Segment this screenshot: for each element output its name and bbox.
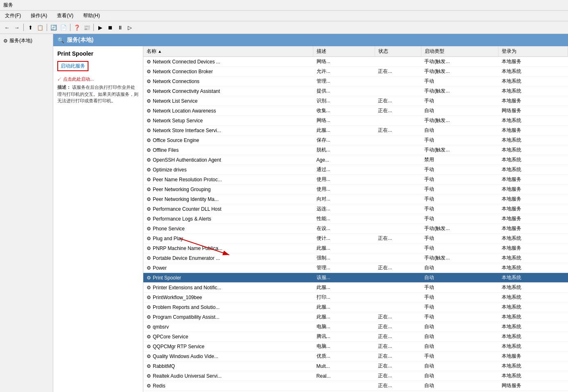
table-row[interactable]: ⚙Network Connections管理...手动本地系统	[143, 77, 568, 86]
stop-button[interactable]: ⏹	[106, 23, 115, 32]
table-row[interactable]: ⚙OpenSSH Authentication AgentAge...禁用本地系…	[143, 155, 568, 165]
service-startup-cell: 手动	[421, 165, 498, 175]
table-row[interactable]: ⚙RabbitMQMult...正在...自动本地系统	[143, 361, 568, 371]
service-gear-icon: ⚙	[147, 304, 151, 310]
service-name: Peer Name Resolution Protoc...	[153, 177, 222, 182]
service-desc-cell: Age...	[313, 155, 375, 165]
col-header-desc[interactable]: 描述	[313, 46, 375, 57]
service-name: qmbsrv	[153, 324, 169, 330]
service-login-cell: 本地系统	[498, 293, 568, 302]
table-row[interactable]: ⚙Network Connected Devices ...网络...手动(触发…	[143, 57, 568, 67]
service-desc-cell: 此服...	[313, 243, 375, 253]
service-login-cell: 本地系统	[498, 273, 568, 283]
table-row[interactable]: ⚙Program Compatibility Assist...此服...正在.…	[143, 312, 568, 322]
service-desc-cell: 远连...	[313, 204, 375, 214]
service-status-cell	[375, 57, 421, 67]
start-service-box[interactable]: 启动此服务	[57, 61, 88, 71]
up-button[interactable]: ⬆	[26, 23, 35, 32]
refresh-button[interactable]: 🔄	[49, 23, 58, 32]
service-login-cell: 本地服务	[498, 175, 568, 185]
service-gear-icon: ⚙	[147, 354, 151, 359]
table-row[interactable]: ⚙Network Connection Broker允许...正在...手动(触…	[143, 67, 568, 77]
table-row[interactable]: ⚙QPCore Service腾讯...正在...自动本地系统	[143, 332, 568, 342]
service-name: Performance Logs & Alerts	[153, 216, 211, 222]
service-name-cell: ⚙Network Connection Broker	[143, 67, 313, 77]
menu-view[interactable]: 查看(V)	[55, 11, 75, 20]
col-header-name[interactable]: 名称 ▲	[143, 46, 313, 57]
service-status-cell	[375, 243, 421, 253]
service-status-cell: 正在...	[375, 342, 421, 351]
table-row[interactable]: ⚙Network Connectivity Assistant提供...手动(触…	[143, 86, 568, 96]
service-login-cell: 本地系统	[498, 322, 568, 332]
service-desc-cell: Mult...	[313, 361, 375, 371]
service-desc-cell: 保存...	[313, 135, 375, 145]
header-title: 服务(本地)	[67, 36, 93, 44]
service-name-cell: ⚙Problem Reports and Solutio...	[143, 302, 313, 312]
service-status-cell	[375, 155, 421, 165]
service-startup-cell: 手动	[421, 243, 498, 253]
table-row[interactable]: ⚙PrintWorkflow_109bee打印...手动本地系统	[143, 293, 568, 302]
table-row[interactable]: ⚙Network Setup Service网络...手动(触发...本地系统	[143, 116, 568, 126]
menu-file[interactable]: 文件(F)	[3, 11, 23, 20]
service-name-cell: ⚙Network Connected Devices ...	[143, 57, 313, 67]
menu-help[interactable]: 帮助(H)	[81, 11, 102, 20]
table-row[interactable]: ⚙Network List Service识别...正在...手动本地服务	[143, 96, 568, 106]
service-name-cell: ⚙PNRP Machine Name Publica...	[143, 243, 313, 253]
table-row[interactable]: ⚙Printer Extensions and Notific...此服...手…	[143, 283, 568, 293]
table-row[interactable]: ⚙Remote Access Auto Connect...无论...手动本地系…	[143, 391, 568, 392]
service-status-cell: 正在...	[375, 234, 421, 243]
table-row[interactable]: ⚙PNRP Machine Name Publica...此服...手动本地服务	[143, 243, 568, 253]
service-name-cell: ⚙Power	[143, 263, 313, 273]
table-row[interactable]: ⚙Redis正在...自动网络服务	[143, 381, 568, 391]
service-name: Print Spooler	[153, 275, 181, 281]
properties-button[interactable]: 📰	[82, 23, 91, 32]
table-row[interactable]: ⚙QQPCMgr RTP Service电脑...正在...自动本地系统	[143, 342, 568, 351]
table-row[interactable]: ⚙Network Location Awareness收集...正在...自动网…	[143, 106, 568, 116]
table-row[interactable]: ⚙Performance Counter DLL Host远连...手动本地服务	[143, 204, 568, 214]
table-row[interactable]: ⚙Realtek Audio Universal Servi...Real...…	[143, 371, 568, 381]
service-name: Network Connection Broker	[153, 69, 213, 74]
col-header-login[interactable]: 登录为	[498, 46, 568, 57]
service-name: Program Compatibility Assist...	[153, 314, 220, 320]
service-login-cell: 本地系统	[498, 283, 568, 293]
table-row[interactable]: ⚙qmbsrv电脑...正在...自动本地系统	[143, 322, 568, 332]
content-area: 🔍 服务(本地) Print Spooler 启动此服务 ↙ 点击此处启动...…	[53, 34, 568, 392]
menu-action[interactable]: 操作(A)	[29, 11, 49, 20]
table-row[interactable]: ⚙Office Source Engine保存...手动本地系统	[143, 135, 568, 145]
forward-button[interactable]: →	[12, 23, 21, 32]
table-row[interactable]: ⚙Power管理...正在...自动本地系统	[143, 263, 568, 273]
table-row[interactable]: ⚙Portable Device Enumerator ...强制...手动(触…	[143, 253, 568, 263]
separator-1	[23, 24, 24, 31]
table-row[interactable]: ⚙Quality Windows Audio Vide...优质...正在...…	[143, 351, 568, 361]
restart-button[interactable]: ▷	[125, 23, 134, 32]
table-row[interactable]: ⚙Peer Networking Identity Ma...向对...手动本地…	[143, 194, 568, 204]
col-header-startup[interactable]: 启动类型	[421, 46, 498, 57]
table-row[interactable]: ⚙Network Store Interface Servi...此服...正在…	[143, 126, 568, 135]
service-startup-cell: 手动	[421, 185, 498, 194]
table-row[interactable]: ⚙Phone Service在设...手动(触发...本地服务	[143, 224, 568, 234]
service-name: Network Store Interface Servi...	[153, 128, 221, 133]
service-startup-cell: 手动	[421, 77, 498, 86]
start-service-link[interactable]: 启动此服务	[61, 63, 85, 69]
help-button[interactable]: ❓	[72, 23, 81, 32]
pause-button[interactable]: ⏸	[115, 23, 124, 32]
show-hide-button[interactable]: 📋	[36, 23, 45, 32]
export-button[interactable]: 📄	[59, 23, 68, 32]
back-button[interactable]: ←	[2, 23, 11, 32]
service-desc-cell: 该服...	[313, 273, 375, 283]
table-row[interactable]: ⚙Performance Logs & Alerts性能...手动本地服务	[143, 214, 568, 224]
service-startup-cell: 手动	[421, 293, 498, 302]
service-gear-icon: ⚙	[147, 275, 151, 281]
service-gear-icon: ⚙	[147, 196, 151, 202]
table-row[interactable]: ⚙Plug and Play便计...正在...手动本地系统	[143, 234, 568, 243]
table-row[interactable]: ⚙Optimize drives通过...手动本地系统	[143, 165, 568, 175]
table-row[interactable]: ⚙Peer Networking Grouping使用...手动本地服务	[143, 185, 568, 194]
col-header-status[interactable]: 状态	[375, 46, 421, 57]
table-row[interactable]: ⚙Offline Files脱机...手动(触发...本地系统	[143, 145, 568, 155]
service-gear-icon: ⚙	[147, 226, 151, 232]
sidebar-item-services[interactable]: ⚙ 服务(本地)	[0, 36, 53, 46]
table-row[interactable]: ⚙Peer Name Resolution Protoc...使用...手动本地…	[143, 175, 568, 185]
start-button[interactable]: ▶	[96, 23, 105, 32]
table-row[interactable]: ⚙Problem Reports and Solutio...此服...手动本地…	[143, 302, 568, 312]
table-row[interactable]: ⚙Print Spooler该服...自动本地系统	[143, 273, 568, 283]
